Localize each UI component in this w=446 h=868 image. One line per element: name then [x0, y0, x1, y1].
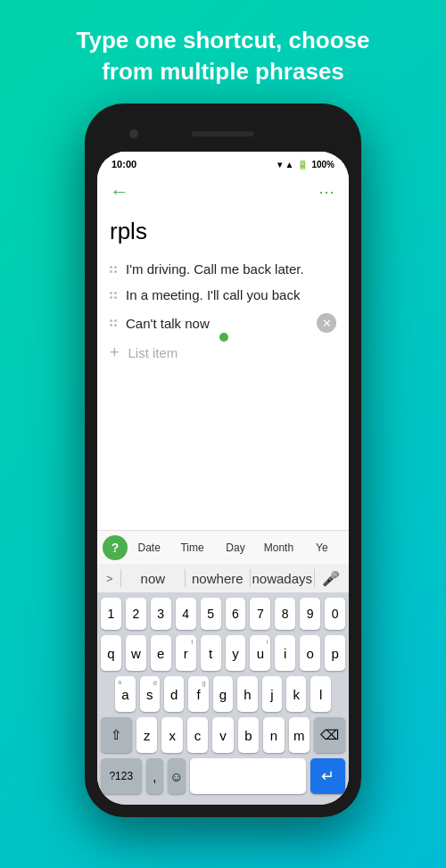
key-g[interactable]: g [213, 676, 233, 712]
key-s[interactable]: sd [140, 676, 160, 712]
status-icons: ▾ ▲ 🔋 100% [277, 160, 334, 169]
back-button[interactable]: ← [110, 180, 129, 203]
keyboard: 1 2 3 4 5 6 7 8 9 0 q w e rt t [97, 592, 349, 805]
list-text-2[interactable]: In a meeting. I'll call you back [126, 287, 336, 302]
list-item-active: Can't talk now ✕ [110, 308, 336, 338]
autocomplete-word-3[interactable]: nowadays [251, 571, 314, 586]
key-j[interactable]: j [262, 676, 282, 712]
key-a[interactable]: aa [115, 676, 135, 712]
divider [314, 569, 315, 587]
key-m[interactable]: m [289, 717, 310, 753]
list-item: I'm driving. Call me back later. [110, 256, 336, 282]
key-8[interactable]: 8 [275, 598, 295, 630]
space-key[interactable] [190, 758, 306, 794]
key-1[interactable]: 1 [101, 598, 121, 630]
key-b[interactable]: b [238, 717, 259, 753]
key-p[interactable]: p [325, 635, 345, 671]
suggestion-year[interactable]: Ye [301, 541, 343, 554]
key-e[interactable]: e [151, 635, 171, 671]
keyboard-row-2: aa sd d fg g h j k l [101, 676, 345, 712]
delete-key[interactable]: ⌫ [314, 717, 345, 753]
drag-handle[interactable] [110, 319, 117, 327]
add-item-label: List item [128, 345, 178, 360]
key-k[interactable]: k [286, 676, 306, 712]
signal-icon: ▲ [285, 160, 294, 169]
symbols-key[interactable]: ?123 [101, 758, 142, 794]
help-button[interactable]: ? [103, 535, 128, 560]
key-w[interactable]: w [126, 635, 146, 671]
battery-icon: 🔋 [297, 160, 308, 169]
key-f[interactable]: fg [188, 676, 208, 712]
phone-speaker [192, 131, 254, 136]
autocomplete-word-2[interactable]: nowhere [186, 571, 249, 586]
emoji-key[interactable]: ☺ [168, 758, 186, 794]
suggestion-time[interactable]: Time [170, 541, 213, 554]
autocomplete-word-1[interactable]: now [121, 571, 185, 586]
key-c[interactable]: c [187, 717, 208, 753]
key-y[interactable]: y [226, 635, 246, 671]
shift-key[interactable]: ⇧ [101, 717, 132, 753]
drag-handle[interactable] [110, 266, 117, 273]
suggestion-day[interactable]: Day [214, 541, 257, 554]
enter-key[interactable]: ↵ [310, 758, 345, 794]
key-o[interactable]: o [300, 635, 320, 671]
key-5[interactable]: 5 [201, 598, 221, 630]
key-z[interactable]: z [136, 717, 157, 753]
add-item-row[interactable]: + List item [110, 338, 336, 368]
phone-notch [97, 116, 349, 152]
key-q[interactable]: q [101, 635, 121, 671]
key-7[interactable]: 7 [250, 598, 270, 630]
add-plus-icon: + [110, 343, 120, 362]
list-item: In a meeting. I'll call you back [110, 282, 336, 308]
phone-camera [129, 129, 138, 138]
wifi-icon: ▾ [277, 160, 282, 169]
key-v[interactable]: v [212, 717, 233, 753]
list-text-3[interactable]: Can't talk now [126, 316, 317, 331]
suggestion-month[interactable]: Month [257, 541, 300, 554]
drag-handle[interactable] [110, 292, 117, 299]
phone-mockup: 10:00 ▾ ▲ 🔋 100% ← ⋯ rpls [85, 103, 361, 817]
keyboard-row-3: ⇧ z x c v b n m ⌫ [101, 717, 345, 753]
header-section: Type one shortcut, choose from multiple … [41, 0, 406, 103]
comma-key[interactable]: , [146, 758, 164, 794]
shortcut-title: rpls [110, 218, 336, 245]
key-n[interactable]: n [263, 717, 284, 753]
status-time: 10:00 [112, 159, 136, 169]
battery-percent: 100% [311, 160, 334, 169]
key-9[interactable]: 9 [300, 598, 320, 630]
key-u[interactable]: ui [250, 635, 270, 671]
app-bar: ← ⋯ [97, 173, 349, 211]
clear-button[interactable]: ✕ [317, 313, 336, 333]
suggestion-bar: ? Date Time Day Month Ye [97, 530, 349, 564]
content-area: rpls I'm driving. Call me back later. [97, 211, 349, 530]
mic-icon[interactable]: 🎤 [322, 570, 340, 587]
keyboard-number-row: 1 2 3 4 5 6 7 8 9 0 [101, 598, 345, 630]
key-l[interactable]: l [310, 676, 330, 712]
key-x[interactable]: x [161, 717, 182, 753]
key-r[interactable]: rt [176, 635, 196, 671]
keyboard-row-1: q w e rt t y ui i o p [101, 635, 345, 671]
list-text-1[interactable]: I'm driving. Call me back later. [126, 261, 336, 277]
key-t[interactable]: t [201, 635, 221, 671]
header-title: Type one shortcut, choose from multiple … [77, 25, 370, 87]
key-i[interactable]: i [275, 635, 295, 671]
autocomplete-bar: > now nowhere nowadays 🎤 [97, 564, 349, 592]
key-3[interactable]: 3 [151, 598, 171, 630]
suggestion-date[interactable]: Date [128, 541, 170, 554]
key-d[interactable]: d [164, 676, 184, 712]
more-button[interactable]: ⋯ [318, 182, 336, 202]
key-2[interactable]: 2 [126, 598, 146, 630]
key-h[interactable]: h [237, 676, 257, 712]
status-bar: 10:00 ▾ ▲ 🔋 100% [97, 152, 349, 173]
autocomplete-arrow-icon[interactable]: > [106, 572, 113, 585]
key-4[interactable]: 4 [176, 598, 196, 630]
keyboard-bottom-row: ?123 , ☺ ↵ [101, 758, 345, 794]
key-6[interactable]: 6 [226, 598, 246, 630]
key-0[interactable]: 0 [325, 598, 345, 630]
